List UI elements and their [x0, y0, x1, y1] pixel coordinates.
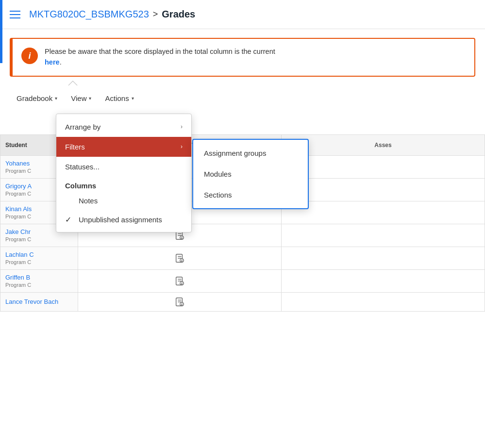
grade-icon	[83, 276, 276, 286]
grade-cell-1	[78, 247, 282, 269]
alert-banner: i Please be aware that the score display…	[10, 38, 475, 77]
actions-chevron-icon: ▾	[132, 96, 134, 101]
alert-link[interactable]: here	[45, 58, 60, 66]
grade-cell-2	[282, 224, 485, 247]
alert-text: Please be aware that the score displayed…	[45, 47, 275, 68]
table-row: Lance Trevor Bach	[0, 292, 485, 311]
student-sub-label: Program C	[5, 282, 31, 288]
grade-cell-2	[282, 178, 485, 201]
actions-button[interactable]: Actions ▾	[98, 90, 140, 106]
table-row: Griffen BProgram C	[0, 269, 485, 292]
table-row: Lachlan CProgram C	[0, 247, 485, 269]
student-cell: Griffen BProgram C	[0, 269, 78, 292]
student-name-link[interactable]: Lachlan C	[5, 251, 73, 258]
breadcrumb-separator: >	[153, 9, 158, 19]
svg-point-17	[182, 261, 182, 261]
arrange-by-item[interactable]: Arrange by ›	[56, 117, 191, 137]
student-name-link[interactable]: Lance Trevor Bach	[5, 298, 73, 305]
view-dropdown: Arrange by › Filters › Statuses... Colum…	[56, 114, 192, 232]
student-cell: Lachlan CProgram C	[0, 247, 78, 269]
header: MKTG8020C_BSBMKG523 > Grades	[0, 0, 485, 29]
course-link[interactable]: MKTG8020C_BSBMKG523	[29, 9, 149, 20]
view-dropdown-main: Arrange by › Filters › Statuses... Colum…	[56, 114, 192, 232]
page-title: Grades	[162, 9, 195, 20]
svg-point-29	[182, 304, 182, 305]
statuses-item[interactable]: Statuses...	[56, 157, 191, 177]
arrange-by-chevron-icon: ›	[181, 123, 183, 130]
grade-icon	[83, 253, 276, 264]
grade-cell-2	[282, 269, 485, 292]
student-name-link[interactable]: Griffen B	[5, 274, 73, 281]
svg-point-23	[182, 283, 182, 284]
sections-item[interactable]: Sections	[193, 184, 308, 205]
student-sub-label: Program C	[5, 191, 31, 197]
view-chevron-icon: ▾	[89, 96, 91, 101]
menu-button[interactable]	[10, 11, 20, 18]
svg-point-11	[182, 238, 182, 238]
student-sub-label: Program C	[5, 168, 31, 174]
grade-cell-2	[282, 247, 485, 269]
unpublished-item[interactable]: ✓ Unpublished assignments	[56, 210, 191, 229]
notes-item[interactable]: Notes	[56, 192, 191, 210]
breadcrumb: MKTG8020C_BSBMKG523 > Grades	[29, 9, 195, 20]
gradebook-chevron-icon: ▾	[55, 96, 57, 101]
student-sub-label: Program C	[5, 236, 31, 242]
student-sub-label: Program C	[5, 214, 31, 219]
grade-cell-2	[282, 155, 485, 178]
student-cell: Lance Trevor Bach	[0, 292, 78, 311]
filters-submenu: Assignment groups Modules Sections	[192, 139, 309, 209]
notes-check-icon	[65, 197, 74, 205]
modules-item[interactable]: Modules	[193, 164, 308, 184]
view-button[interactable]: View ▾	[64, 90, 98, 106]
grade-cell-2	[282, 292, 485, 311]
grade-cell-1	[78, 292, 282, 311]
filters-chevron-icon: ›	[181, 143, 183, 150]
gradebook-button[interactable]: Gradebook ▾	[10, 90, 64, 106]
unpublished-check-icon: ✓	[65, 215, 74, 224]
columns-label: Columns	[56, 177, 191, 192]
student-sub-label: Program C	[5, 259, 31, 265]
filters-item[interactable]: Filters ›	[56, 137, 191, 157]
dropdown-pointer	[68, 81, 78, 85]
left-accent-bar	[0, 0, 2, 63]
grade-cell-2	[282, 201, 485, 224]
grade-cell-1	[78, 269, 282, 292]
info-icon: i	[28, 51, 31, 61]
alert-icon-wrap: i	[21, 48, 38, 64]
toolbar: Gradebook ▾ View ▾ Actions ▾ Arrange by …	[0, 85, 485, 106]
col2-header: Asses	[282, 134, 485, 155]
grade-icon	[83, 297, 276, 307]
assignment-groups-item[interactable]: Assignment groups	[193, 143, 308, 164]
